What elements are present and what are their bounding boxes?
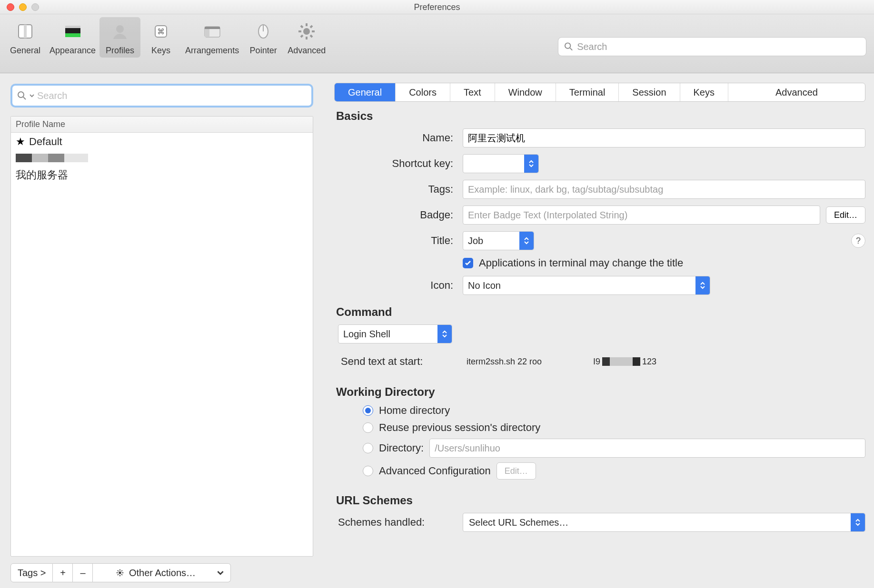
profile-row[interactable]: ★ Default (11, 133, 313, 151)
subtab-advanced[interactable]: Advanced (728, 83, 865, 101)
general-icon (14, 20, 37, 43)
toolbar-search[interactable] (558, 37, 866, 56)
other-actions-menu[interactable]: Other Actions… (93, 563, 231, 582)
send-text-post: 123 (642, 357, 656, 367)
title-change-label: Applications in terminal may change the … (479, 257, 683, 269)
svg-point-22 (565, 43, 570, 48)
toolbar-item-appearance[interactable]: Appearance (46, 17, 99, 58)
section-title-basics: Basics (336, 109, 865, 123)
arrangements-icon (201, 20, 224, 43)
toolbar-label: General (9, 46, 42, 56)
toolbar-item-general[interactable]: General (5, 17, 46, 58)
subtab-keys[interactable]: Keys (680, 83, 728, 101)
profile-row[interactable] (11, 151, 313, 165)
profile-subtabs: General Colors Text Window Terminal Sess… (334, 83, 865, 102)
shortcut-select[interactable] (463, 154, 539, 173)
svg-line-34 (118, 574, 119, 575)
profiles-list: Profile Name ★ Default 我的服务器 (10, 116, 313, 557)
workdir-radio-advanced[interactable] (363, 466, 373, 476)
svg-line-32 (121, 574, 122, 575)
titlebar: Preferences (0, 0, 874, 14)
remove-profile-button[interactable]: – (73, 563, 93, 582)
svg-line-19 (310, 35, 312, 37)
chevron-down-icon (217, 568, 224, 578)
icon-label: Icon: (334, 279, 453, 292)
toolbar-label: Arrangements (185, 46, 239, 56)
section-title-workdir: Working Directory (336, 385, 865, 399)
subtab-window[interactable]: Window (495, 83, 556, 101)
svg-rect-1 (24, 25, 27, 38)
profile-row-label: Default (29, 136, 62, 148)
pointer-icon (252, 20, 275, 43)
workdir-radio-directory[interactable] (363, 443, 373, 453)
subtab-session[interactable]: Session (619, 83, 680, 101)
send-text-input[interactable]: iterm2ssh.sh 22 roo I9 123 (467, 351, 865, 372)
subtab-general[interactable]: General (335, 83, 396, 101)
title-label: Title: (334, 235, 453, 247)
profiles-icon (109, 20, 131, 43)
add-profile-button[interactable]: + (53, 563, 73, 582)
section-title-url: URL Schemes (336, 494, 865, 507)
tags-toggle-button[interactable]: Tags > (10, 563, 53, 582)
toolbar-search-input[interactable] (577, 41, 860, 52)
workdir-directory-input[interactable] (429, 439, 865, 458)
toolbar-item-keys[interactable]: ⌘ Keys (140, 17, 181, 58)
profiles-list-header: Profile Name (11, 117, 313, 133)
toolbar-item-advanced[interactable]: Advanced (284, 17, 329, 58)
subtab-text[interactable]: Text (450, 83, 495, 101)
profiles-search[interactable] (10, 84, 313, 108)
workdir-radio-home[interactable] (363, 405, 373, 416)
workdir-advanced-edit-button[interactable]: Edit… (497, 462, 536, 480)
section-title-command: Command (336, 305, 865, 319)
svg-point-5 (116, 25, 124, 33)
help-button[interactable]: ? (851, 234, 865, 248)
svg-text:⌘: ⌘ (157, 28, 165, 36)
badge-edit-button[interactable]: Edit… (826, 206, 865, 224)
toolbar-item-arrangements[interactable]: Arrangements (181, 17, 243, 58)
window-controls (7, 3, 39, 11)
workdir-label: Reuse previous session's directory (379, 421, 540, 434)
svg-line-25 (23, 97, 26, 99)
svg-line-21 (301, 35, 303, 37)
updown-icon (519, 232, 534, 250)
badge-input[interactable] (463, 206, 820, 225)
send-text-pre: iterm2ssh.sh 22 roo (467, 357, 542, 367)
name-label: Name: (334, 132, 453, 144)
name-input[interactable] (463, 128, 865, 147)
title-select[interactable]: Job (463, 231, 534, 250)
svg-rect-3 (65, 33, 80, 37)
toolbar-label: Keys (144, 46, 178, 56)
profiles-footer: Tags > + – Other Actions… (10, 563, 313, 582)
zoom-button[interactable] (31, 3, 39, 11)
command-shell-select[interactable]: Login Shell (338, 324, 452, 343)
subtab-colors[interactable]: Colors (396, 83, 450, 101)
updown-icon (437, 325, 452, 343)
updown-icon (851, 513, 865, 531)
svg-point-13 (303, 28, 310, 35)
profile-row[interactable]: 我的服务器 (11, 165, 313, 185)
subtab-terminal[interactable]: Terminal (556, 83, 619, 101)
toolbar-label: Appearance (50, 46, 96, 56)
appearance-icon (61, 20, 84, 43)
star-icon: ★ (16, 136, 25, 148)
svg-point-24 (18, 92, 24, 98)
chevron-down-icon (30, 93, 34, 98)
svg-rect-10 (205, 27, 220, 29)
toolbar-label: Profiles (103, 46, 137, 56)
title-change-checkbox[interactable] (463, 258, 473, 268)
schemes-handled-select[interactable]: Select URL Schemes… (463, 513, 865, 532)
workdir-radio-reuse[interactable] (363, 422, 373, 433)
title-value: Job (468, 235, 483, 246)
close-button[interactable] (7, 3, 14, 11)
toolbar-item-pointer[interactable]: Pointer (243, 17, 284, 58)
minimize-button[interactable] (19, 3, 27, 11)
schemes-handled-label: Schemes handled: (334, 516, 453, 529)
svg-line-33 (121, 570, 122, 571)
profiles-search-input[interactable] (37, 90, 307, 101)
svg-line-20 (310, 26, 312, 28)
tags-input[interactable] (463, 180, 865, 199)
icon-select[interactable]: No Icon (463, 276, 710, 295)
preferences-toolbar: General Appearance Profiles ⌘ Keys (0, 14, 874, 73)
toolbar-item-profiles[interactable]: Profiles (99, 17, 140, 58)
send-text-mid: I9 (593, 357, 600, 367)
